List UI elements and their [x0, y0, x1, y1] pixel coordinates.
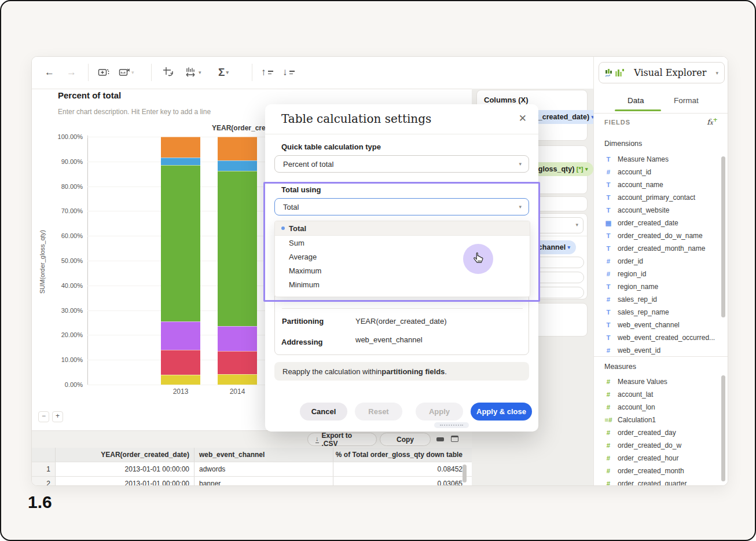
tab-data[interactable]: Data — [627, 96, 644, 105]
field-label: account_name — [618, 181, 663, 189]
close-icon[interactable]: ✕ — [519, 112, 527, 125]
bar-segment-segment-purple[interactable] — [161, 321, 200, 350]
text-icon: T — [604, 232, 612, 239]
y-tick-label: 40.00% — [36, 282, 83, 289]
dropdown-option-total[interactable]: Total — [275, 221, 530, 236]
field-item-account-name[interactable]: Taccount_name — [594, 178, 721, 191]
field-item-measure-values[interactable]: #Measure Values — [594, 375, 721, 388]
bar-segment-segment-orange[interactable] — [218, 137, 257, 160]
field-item-region-name[interactable]: Tregion_name — [594, 280, 721, 293]
sidebar-divider — [594, 356, 728, 357]
chevron-down-icon: ▾ — [715, 70, 718, 76]
toolbar-divider — [151, 64, 152, 81]
bar-segment-segment-yellow[interactable] — [161, 375, 200, 385]
results-toolbar: ↓ Export to .CSV Copy — [32, 430, 472, 448]
table-header-cell: YEAR(order_created_date) — [55, 448, 194, 462]
zoom-in-button[interactable]: + — [52, 411, 63, 422]
field-item-account-lat[interactable]: #account_lat — [594, 388, 721, 401]
field-item-order-created-do-w[interactable]: #order_created_do_w — [594, 439, 721, 452]
reset-button[interactable]: Reset — [355, 403, 402, 421]
field-label: order_created_day — [618, 429, 676, 437]
x-tick-label: 2014 — [218, 388, 257, 396]
field-item-web-event-created-occurred-[interactable]: Tweb_event_created_occurred... — [594, 331, 721, 344]
sort-descending-icon[interactable]: ↓ — [282, 65, 295, 80]
partitioning-value: web_event_channel — [355, 335, 423, 344]
add-calculation-icon[interactable]: fx+ — [707, 116, 718, 126]
sort-ascending-icon[interactable]: ↑ — [261, 65, 273, 80]
text-icon: T — [604, 283, 612, 290]
bar-segment-segment-purple[interactable] — [218, 326, 257, 351]
field-item-account-website[interactable]: Taccount_website — [594, 204, 721, 217]
chart-width-icon[interactable]: ▾ — [185, 65, 201, 80]
chart-title[interactable]: Percent of total — [58, 90, 121, 100]
quick-calc-label: Quick table calculation type — [281, 142, 381, 151]
bar-segment-segment-green[interactable] — [161, 165, 200, 321]
zoom-out-button[interactable]: − — [38, 411, 49, 422]
field-item-account-primary-contact[interactable]: Taccount_primary_contact — [594, 191, 721, 204]
back-icon[interactable]: ← — [45, 65, 54, 80]
field-item-order-created-do-w-name[interactable]: Torder_created_do_w_name — [594, 229, 721, 242]
field-item-calculation1[interactable]: =#Calculation1 — [594, 414, 721, 426]
field-label: order_id — [618, 257, 643, 265]
field-label: Calculation1 — [618, 416, 656, 424]
field-item-web-event-id[interactable]: #web_event_id — [594, 344, 721, 356]
text-icon: T — [604, 334, 612, 341]
apply-button[interactable]: Apply — [416, 403, 463, 421]
minimize-results-icon[interactable] — [436, 437, 444, 441]
dropdown-option-minimum[interactable]: Minimum — [275, 277, 530, 291]
field-item-account-lon[interactable]: #account_lon — [594, 401, 721, 414]
total-using-select[interactable]: Total ▾ — [274, 198, 529, 215]
apply-close-button[interactable]: Apply & close — [471, 403, 532, 421]
chevron-down-icon: ▾ — [519, 161, 522, 167]
bar-segment-segment-blue[interactable] — [161, 158, 200, 165]
y-tick-label: 30.00% — [36, 307, 83, 314]
field-label: order_created_month_name — [618, 244, 705, 253]
table-cell: adwords — [194, 462, 333, 476]
sigma-aggregate-icon[interactable]: Σ ▾ — [218, 65, 229, 80]
forward-icon[interactable]: → — [67, 65, 76, 80]
field-item-sales-rep-id[interactable]: #sales_rep_id — [594, 293, 721, 306]
field-item-measure-names[interactable]: TMeasure Names — [594, 153, 721, 166]
quick-calc-select[interactable]: Percent of total ▾ — [274, 155, 529, 173]
add-chart-icon[interactable] — [98, 65, 109, 80]
field-item-account-id[interactable]: #account_id — [594, 166, 721, 178]
measures-scrollbar[interactable] — [721, 375, 725, 481]
multi-field-icon: T — [604, 156, 612, 163]
table-cell: 0.08452 — [333, 462, 467, 476]
tab-format[interactable]: Format — [674, 96, 699, 105]
results-table-scrollbar[interactable] — [463, 465, 467, 482]
dropdown-option-sum[interactable]: Sum — [275, 236, 530, 250]
copy-button[interactable]: Copy — [380, 433, 431, 446]
field-item-order-created-hour[interactable]: #order_created_hour — [594, 452, 721, 465]
field-item-order-created-quarter[interactable]: #order_created_quarter — [594, 477, 721, 485]
field-item-web-event-channel[interactable]: Tweb_event_channel — [594, 319, 721, 331]
bar-segment-segment-red[interactable] — [161, 350, 200, 375]
swap-axes-icon[interactable] — [163, 65, 174, 80]
bar-segment-segment-blue[interactable] — [218, 160, 257, 171]
bar-segment-segment-orange[interactable] — [161, 137, 200, 158]
field-item-order-created-month-name[interactable]: Torder_created_month_name — [594, 242, 721, 255]
y-tick-label: 100.00% — [36, 133, 83, 140]
bar-segment-segment-green[interactable] — [218, 171, 257, 327]
bar-segment-segment-red[interactable] — [218, 351, 257, 374]
export-csv-button[interactable]: ↓ Export to .CSV — [307, 433, 377, 446]
field-item-order-created-month[interactable]: #order_created_month — [594, 465, 721, 477]
dimensions-scrollbar[interactable] — [721, 156, 725, 317]
multi-field-icon: # — [604, 378, 612, 385]
remove-chart-icon[interactable]: ▾ — [119, 65, 134, 80]
number-icon: # — [604, 270, 612, 277]
field-item-order-created-day[interactable]: #order_created_day — [594, 426, 721, 439]
field-item-sales-rep-name[interactable]: Tsales_rep_name — [594, 306, 721, 319]
maximize-results-icon[interactable] — [451, 436, 458, 442]
field-item-order-created-date[interactable]: ▦order_created_date — [594, 217, 721, 229]
field-item-order-id[interactable]: #order_id — [594, 255, 721, 268]
bar-segment-segment-yellow[interactable] — [218, 374, 257, 385]
field-item-region-id[interactable]: #region_id — [594, 268, 721, 280]
pane-splitter-handle[interactable] — [434, 422, 469, 428]
chart-description-placeholder[interactable]: Enter chart description. Hit Enter key t… — [58, 108, 211, 116]
explorer-type-select[interactable]: Visual Explorer ▾ — [599, 62, 725, 83]
text-icon: T — [604, 194, 612, 201]
table-header-cell: % of Total order_gloss_qty down table — [333, 448, 467, 462]
number-icon: # — [604, 480, 612, 485]
cancel-button[interactable]: Cancel — [300, 403, 347, 421]
